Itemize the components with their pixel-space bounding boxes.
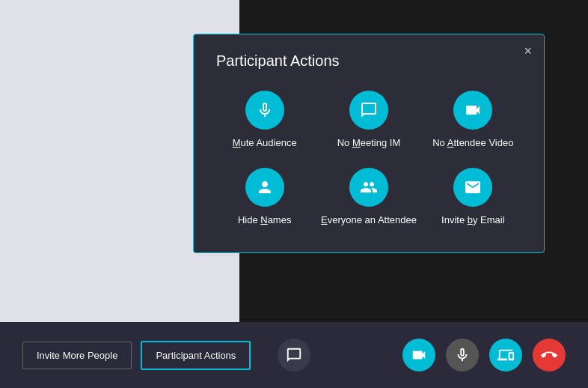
invite-by-email-icon-circle	[453, 168, 492, 207]
action-grid: Mute Audience No Meeting IM No Attendee …	[216, 91, 521, 227]
invite-by-email-label: Invite by Email	[441, 214, 505, 227]
hide-names-label: Hide Names	[238, 214, 292, 227]
mic-icon	[256, 101, 274, 119]
action-no-attendee-video[interactable]: No Attendee Video	[425, 91, 521, 150]
action-invite-by-email[interactable]: Invite by Email	[425, 168, 521, 227]
mic-button[interactable]	[446, 339, 479, 372]
no-meeting-im-label: No Meeting IM	[337, 137, 401, 150]
bottom-center-controls	[278, 339, 310, 372]
no-attendee-video-icon-circle	[453, 91, 492, 130]
chat-icon	[360, 101, 378, 119]
modal-close-button[interactable]: ×	[524, 43, 532, 59]
end-call-button[interactable]	[533, 339, 566, 372]
everyone-attendee-icon-circle	[349, 168, 388, 207]
participant-actions-button[interactable]: Participant Actions	[141, 341, 251, 370]
no-meeting-im-icon-circle	[349, 91, 388, 130]
bottom-toolbar: Invite More People Participant Actions	[0, 322, 588, 388]
modal-title: Participant Actions	[216, 52, 521, 70]
chat-button[interactable]	[278, 339, 310, 372]
chat-button-icon	[286, 347, 302, 363]
end-call-icon	[541, 347, 557, 363]
action-mute-audience[interactable]: Mute Audience	[216, 91, 313, 150]
share-button-icon	[497, 347, 514, 363]
action-hide-names[interactable]: Hide Names	[216, 168, 313, 227]
mute-audience-icon-circle	[245, 91, 284, 130]
group-icon	[360, 178, 378, 196]
email-icon	[464, 178, 482, 196]
action-everyone-attendee[interactable]: Everyone an Attendee	[320, 168, 417, 227]
video-button[interactable]	[402, 339, 435, 372]
everyone-attendee-label: Everyone an Attendee	[321, 214, 417, 227]
share-button[interactable]	[489, 339, 522, 372]
mic-button-icon	[454, 347, 471, 363]
mute-audience-label: Mute Audience	[233, 137, 297, 150]
no-attendee-video-label: No Attendee Video	[432, 137, 513, 150]
bottom-left-buttons: Invite More People Participant Actions	[22, 341, 251, 370]
participant-actions-modal: × Participant Actions Mute Audience No M…	[193, 34, 545, 253]
person-icon	[256, 178, 274, 196]
hide-names-icon-circle	[245, 168, 284, 207]
video-icon	[464, 101, 482, 119]
video-button-icon	[411, 347, 427, 363]
invite-more-people-button[interactable]: Invite More People	[22, 342, 132, 369]
bottom-right-controls	[402, 339, 566, 372]
action-no-meeting-im[interactable]: No Meeting IM	[320, 91, 417, 150]
